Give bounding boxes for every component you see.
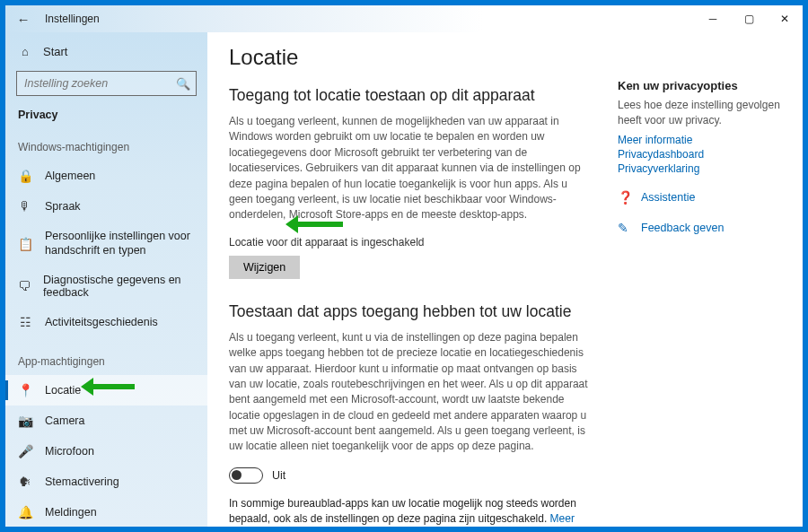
home-nav[interactable]: ⌂ Start <box>5 38 207 65</box>
section2-heading: Toestaan dat apps toegang hebben tot uw … <box>229 302 591 321</box>
sidebar-item-label: Diagnostische gegevens en feedback <box>43 274 195 299</box>
help-icon: ❓ <box>618 190 632 205</box>
inking-icon: 📋 <box>18 237 32 251</box>
sidebar-item-label: Locatie <box>45 384 81 397</box>
activity-icon: ☷ <box>18 315 32 329</box>
sidebar-item-handschrift[interactable]: 📋 Persoonlijke instellingen voor handsch… <box>5 222 207 266</box>
section-label-app-perms: App-machtigingen <box>5 350 207 375</box>
toggle-label: Uit <box>272 469 285 482</box>
sidebar: ⌂ Start 🔍 Privacy Windows-machtigingen 🔒… <box>5 32 207 527</box>
home-label: Start <box>43 45 67 58</box>
give-feedback-row[interactable]: ✎ Feedback geven <box>618 220 788 236</box>
section1-heading: Toegang tot locatie toestaan op dit appa… <box>229 86 591 105</box>
back-button[interactable]: ← <box>13 12 34 27</box>
search-icon: 🔍 <box>176 77 190 91</box>
get-help-link[interactable]: Assistentie <box>641 191 695 204</box>
window-title: Instellingen <box>45 13 100 25</box>
section-label-windows-perms: Windows-machtigingen <box>5 135 207 161</box>
content-area: Locatie Toegang tot locatie toestaan op … <box>229 39 591 512</box>
sidebar-item-label: Spraak <box>45 200 81 213</box>
location-icon: 📍 <box>18 383 32 397</box>
sidebar-item-meldingen[interactable]: 🔔 Meldingen <box>5 497 207 527</box>
camera-icon: 📷 <box>18 414 32 428</box>
search-input[interactable] <box>24 77 176 90</box>
page-title: Locatie <box>229 45 591 70</box>
section2-desc: Als u toegang verleent, kunt u via de in… <box>229 330 591 455</box>
sidebar-item-label: Algemeen <box>45 170 95 182</box>
desktop-apps-note: In sommige bureaublad-apps kan uw locati… <box>229 496 591 527</box>
sidebar-item-diagnostics[interactable]: 🗨 Diagnostische gegevens en feedback <box>5 266 207 307</box>
change-button[interactable]: Wijzigen <box>229 256 300 279</box>
sidebar-item-algemeen[interactable]: 🔒 Algemeen <box>5 161 207 191</box>
give-feedback-link[interactable]: Feedback geven <box>641 222 724 234</box>
section1-desc: Als u toegang verleent, kunnen de mogeli… <box>229 114 591 223</box>
sidebar-item-locatie[interactable]: 📍 Locatie <box>5 375 207 406</box>
privacy-options-desc: Lees hoe deze instelling gevolgen heeft … <box>618 98 788 128</box>
breadcrumb: Privacy <box>5 105 207 135</box>
sidebar-item-microfoon[interactable]: 🎤 Microfoon <box>5 436 207 467</box>
sidebar-item-camera[interactable]: 📷 Camera <box>5 406 207 436</box>
link-privacy-statement[interactable]: Privacyverklaring <box>618 162 788 175</box>
link-privacy-dashboard[interactable]: Privacydashboard <box>618 148 788 161</box>
bell-icon: 🔔 <box>18 505 32 519</box>
link-more-info[interactable]: Meer informatie <box>618 134 788 146</box>
sidebar-item-label: Stemactivering <box>45 475 119 488</box>
feedback-icon: ✎ <box>618 221 632 235</box>
microphone-icon: 🎤 <box>18 444 32 458</box>
maximize-button[interactable]: ▢ <box>731 5 767 32</box>
speech-icon: 🎙 <box>18 199 32 214</box>
sidebar-item-activity[interactable]: ☷ Activiteitsgeschiedenis <box>5 307 207 337</box>
home-icon: ⌂ <box>18 45 32 58</box>
sidebar-item-stemactivering[interactable]: 🗣 Stemactivering <box>5 467 207 497</box>
close-button[interactable]: ✕ <box>767 5 803 32</box>
sidebar-item-spraak[interactable]: 🎙 Spraak <box>5 191 207 222</box>
feedback-icon: 🗨 <box>18 279 31 293</box>
get-help-row[interactable]: ❓ Assistentie <box>618 189 788 205</box>
sidebar-item-label: Microfoon <box>45 445 94 458</box>
sidebar-item-label: Activiteitsgeschiedenis <box>45 316 158 328</box>
search-box[interactable]: 🔍 <box>16 71 197 96</box>
location-device-status: Locatie voor dit apparaat is ingeschakel… <box>229 236 591 249</box>
apps-location-toggle[interactable] <box>229 467 263 484</box>
minimize-button[interactable]: ─ <box>695 5 731 32</box>
sidebar-item-label: Camera <box>45 414 84 427</box>
sidebar-item-label: Meldingen <box>45 506 97 519</box>
sidebar-item-label: Persoonlijke instellingen voor handschri… <box>45 230 195 257</box>
right-column: Ken uw privacyopties Lees hoe deze inste… <box>618 39 788 512</box>
privacy-options-heading: Ken uw privacyopties <box>618 79 788 92</box>
voice-icon: 🗣 <box>18 475 32 489</box>
lock-icon: 🔒 <box>18 169 32 183</box>
